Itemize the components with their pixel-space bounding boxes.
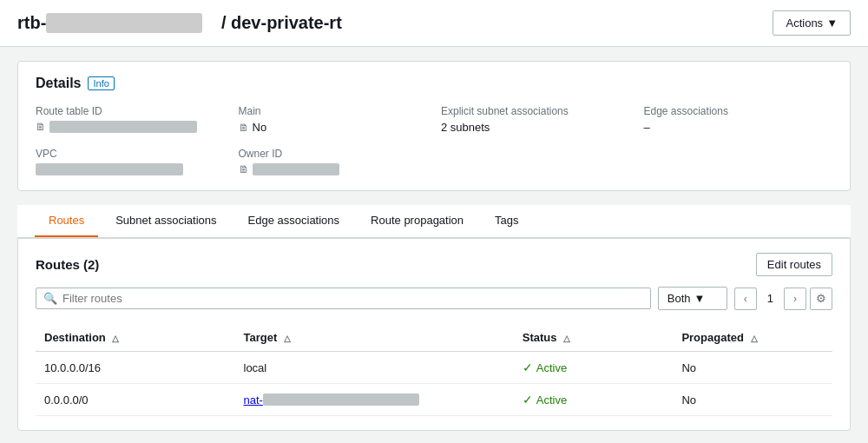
detail-main: Main 🗎 No	[239, 105, 428, 134]
row2-status-icon: ✓	[523, 393, 533, 407]
title-divider	[209, 13, 214, 33]
row2-propagated: No	[673, 384, 832, 416]
details-title: Details	[36, 76, 81, 91]
pagination-controls: ‹ 1 › ⚙	[734, 288, 832, 310]
details-card: Details Info Route table ID 🗎 Main 🗎 No	[17, 61, 851, 191]
detail-owner-id: Owner ID 🗎	[239, 148, 428, 176]
main-value: 🗎 No	[239, 121, 428, 134]
filter-value: Both	[667, 292, 691, 305]
row2-target-blurred	[263, 393, 419, 406]
search-input[interactable]	[62, 292, 643, 305]
vpc-blurred	[36, 163, 183, 175]
info-badge[interactable]: Info	[88, 76, 114, 90]
row1-status: ✓ Active	[514, 352, 674, 384]
row1-target: local	[235, 352, 514, 384]
table-row: 0.0.0.0/0 nat- ✓ Active No	[36, 384, 832, 416]
routes-title: Routes (2)	[36, 257, 99, 272]
edge-associations-label: Edge associations	[644, 105, 833, 117]
detail-route-table-id: Route table ID 🗎	[36, 105, 225, 134]
actions-label: Actions	[786, 17, 823, 30]
copy-icon[interactable]: 🗎	[36, 121, 46, 133]
explicit-subnet-value-text: 2 subnets	[441, 121, 490, 134]
edit-routes-button[interactable]: Edit routes	[756, 253, 832, 276]
detail-vpc: VPC	[36, 148, 225, 176]
vpc-value	[36, 163, 225, 176]
row2-status: ✓ Active	[514, 384, 674, 416]
routes-label: Routes	[36, 257, 80, 272]
tabs-routes-container: Routes Subnet associations Edge associat…	[17, 205, 851, 431]
target-sort-icon: △	[284, 334, 291, 343]
row1-destination: 10.0.0.0/16	[36, 352, 235, 384]
details-grid: Route table ID 🗎 Main 🗎 No Explicit subn…	[36, 105, 832, 176]
actions-chevron-icon: ▼	[826, 17, 838, 30]
main-content: Details Info Route table ID 🗎 Main 🗎 No	[0, 47, 868, 443]
owner-copy-icon[interactable]: 🗎	[239, 163, 249, 175]
destination-sort-icon: △	[112, 334, 119, 343]
tab-routes[interactable]: Routes	[35, 205, 98, 237]
filter-select[interactable]: Both ▼	[658, 287, 727, 310]
routes-count: 2	[88, 257, 95, 272]
title-suffix: / dev-private-rt	[221, 13, 342, 33]
table-settings-button[interactable]: ⚙	[810, 288, 832, 310]
tab-tags[interactable]: Tags	[481, 205, 532, 237]
explicit-subnet-label: Explicit subnet associations	[441, 105, 630, 117]
route-table-id-blurred	[49, 121, 197, 133]
main-value-text: No	[253, 121, 267, 134]
main-copy-icon[interactable]: 🗎	[239, 122, 249, 134]
detail-explicit-subnet: Explicit subnet associations 2 subnets	[441, 105, 630, 134]
row2-target-link[interactable]: nat-	[244, 393, 419, 407]
row2-target: nat-	[235, 384, 514, 416]
propagated-sort-icon: △	[751, 334, 758, 343]
owner-id-blurred	[253, 163, 339, 175]
tabs-list: Routes Subnet associations Edge associat…	[17, 205, 851, 237]
row2-status-text: Active	[536, 393, 567, 407]
edge-associations-value-text: –	[644, 121, 650, 134]
table-header: Destination △ Target △ Status △ Propagat…	[36, 324, 832, 352]
table-header-row: Destination △ Target △ Status △ Propagat…	[36, 324, 832, 352]
row2-destination: 0.0.0.0/0	[36, 384, 235, 416]
col-header-destination: Destination △	[36, 324, 235, 352]
owner-id-label: Owner ID	[239, 148, 428, 160]
search-container: 🔍	[36, 288, 651, 309]
page-title: rtb- / dev-private-rt	[17, 13, 342, 33]
route-table-id-label: Route table ID	[36, 105, 225, 117]
page-header: rtb- / dev-private-rt Actions ▼	[0, 0, 868, 47]
col-header-status: Status △	[514, 324, 674, 352]
details-header: Details Info	[36, 76, 832, 91]
row1-status-icon: ✓	[523, 360, 533, 374]
col-header-propagated: Propagated △	[673, 324, 832, 352]
vpc-label: VPC	[36, 148, 225, 160]
explicit-subnet-value: 2 subnets	[441, 121, 630, 134]
row1-status-active: ✓ Active	[523, 360, 665, 374]
tab-edge-associations[interactable]: Edge associations	[234, 205, 354, 237]
routes-section: Routes (2) Edit routes 🔍 Both ▼ ‹ 1	[17, 238, 851, 431]
edge-associations-value: –	[644, 121, 833, 134]
row1-propagated: No	[673, 352, 832, 384]
prev-page-button[interactable]: ‹	[734, 288, 757, 310]
routes-table: Destination △ Target △ Status △ Propagat…	[36, 324, 832, 416]
filter-bar: 🔍 Both ▼ ‹ 1 › ⚙	[36, 287, 832, 310]
routes-header: Routes (2) Edit routes	[36, 253, 832, 276]
actions-button[interactable]: Actions ▼	[773, 10, 851, 36]
owner-id-value: 🗎	[239, 163, 428, 175]
detail-edge-associations: Edge associations –	[644, 105, 833, 134]
table-row: 10.0.0.0/16 local ✓ Active No	[36, 352, 832, 384]
status-sort-icon: △	[563, 334, 570, 343]
tab-route-propagation[interactable]: Route propagation	[357, 205, 477, 237]
next-page-button[interactable]: ›	[784, 288, 806, 310]
row2-status-active: ✓ Active	[523, 393, 665, 407]
row1-status-text: Active	[536, 361, 567, 374]
route-table-id-value: 🗎	[36, 121, 225, 133]
filter-chevron-icon: ▼	[694, 292, 706, 305]
main-label: Main	[239, 105, 428, 117]
tabs-container: Routes Subnet associations Edge associat…	[17, 205, 851, 238]
search-icon: 🔍	[43, 292, 57, 305]
table-body: 10.0.0.0/16 local ✓ Active No 0.0.0.0/0	[36, 352, 832, 416]
title-prefix: rtb-	[17, 13, 202, 33]
tab-subnet-associations[interactable]: Subnet associations	[102, 205, 230, 237]
col-header-target: Target △	[235, 324, 514, 352]
vpc-link[interactable]	[36, 163, 183, 176]
page-number: 1	[760, 292, 780, 305]
